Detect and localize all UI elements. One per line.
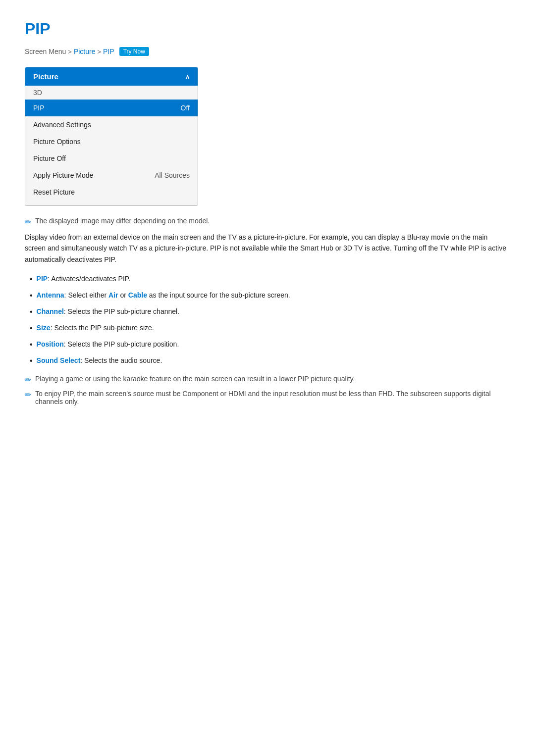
term-air: Air	[108, 291, 118, 299]
note-line-3: ✏ To enjoy PIP, the main screen's source…	[25, 390, 510, 405]
menu-item-apply-picture-mode[interactable]: Apply Picture Mode All Sources	[25, 167, 198, 184]
breadcrumb-sep1: >	[68, 48, 72, 55]
menu-footer	[25, 201, 198, 205]
term-position-rest: : Selects the PIP sub-picture position.	[64, 340, 179, 348]
list-item-sound-select: Sound Select: Selects the audio source.	[30, 355, 510, 367]
term-channel: Channel	[37, 307, 64, 315]
note-line-2: ✏ Playing a game or using the karaoke fe…	[25, 375, 510, 385]
term-position: Position	[37, 340, 64, 348]
list-item-antenna-content: Antenna: Select either Air or Cable as t…	[37, 290, 290, 301]
note-line-1: ✏ The displayed image may differ dependi…	[25, 217, 510, 227]
term-size: Size	[37, 324, 51, 332]
term-size-rest: : Selects the PIP sub-picture size.	[51, 324, 154, 332]
menu-item-reset-picture-label: Reset Picture	[33, 188, 75, 196]
note-text-1: The displayed image may differ depending…	[35, 217, 210, 225]
menu-header: Picture ∧	[25, 67, 198, 86]
menu-item-apply-picture-mode-label: Apply Picture Mode	[33, 171, 93, 179]
menu-item-reset-picture[interactable]: Reset Picture	[25, 184, 198, 201]
menu-box: Picture ∧ 3D PIP Off Advanced Settings P…	[25, 67, 198, 206]
list-item-antenna: Antenna: Select either Air or Cable as t…	[30, 290, 510, 302]
list-item-channel: Channel: Selects the PIP sub-picture cha…	[30, 306, 510, 318]
list-item-size-content: Size: Selects the PIP sub-picture size.	[37, 323, 154, 333]
breadcrumb-pip-link[interactable]: PIP	[103, 48, 114, 55]
term-antenna-mid4: as the input source for the sub-picture …	[147, 291, 290, 299]
breadcrumb-picture-link[interactable]: Picture	[74, 48, 96, 55]
menu-item-pip-value: Off	[181, 104, 190, 112]
term-sound-select-rest: : Selects the audio source.	[80, 356, 162, 364]
menu-header-label: Picture	[33, 72, 58, 81]
menu-item-pip-label: PIP	[33, 104, 45, 112]
term-pip-rest: : Activates/deactivates PIP.	[48, 275, 130, 283]
term-cable: Cable	[128, 291, 147, 299]
breadcrumb-sep2: >	[97, 48, 101, 55]
bullet-list: PIP: Activates/deactivates PIP. Antenna:…	[25, 274, 510, 367]
breadcrumb: Screen Menu > Picture > PIP Try Now	[25, 47, 510, 56]
term-antenna: Antenna	[37, 291, 64, 299]
menu-item-advanced-settings[interactable]: Advanced Settings	[25, 116, 198, 133]
menu-item-picture-off[interactable]: Picture Off	[25, 150, 198, 167]
term-pip: PIP	[37, 275, 48, 283]
menu-item-advanced-settings-label: Advanced Settings	[33, 121, 91, 129]
menu-item-picture-off-label: Picture Off	[33, 154, 66, 162]
note-icon-1: ✏	[25, 217, 31, 227]
menu-item-picture-options-label: Picture Options	[33, 138, 81, 146]
list-item-pip: PIP: Activates/deactivates PIP.	[30, 274, 510, 285]
list-item-size: Size: Selects the PIP sub-picture size.	[30, 323, 510, 334]
list-item-pip-content: PIP: Activates/deactivates PIP.	[37, 274, 131, 284]
term-channel-rest: : Selects the PIP sub-picture channel.	[64, 307, 179, 315]
body-paragraph: Display video from an external device on…	[25, 232, 510, 265]
breadcrumb-screen-menu: Screen Menu	[25, 48, 66, 55]
menu-item-apply-picture-mode-value: All Sources	[155, 171, 190, 179]
list-item-sound-select-content: Sound Select: Selects the audio source.	[37, 355, 162, 366]
note-icon-3: ✏	[25, 390, 31, 400]
note-text-3: To enjoy PIP, the main screen's source m…	[35, 390, 510, 405]
list-item-position: Position: Selects the PIP sub-picture po…	[30, 339, 510, 351]
term-sound-select: Sound Select	[37, 356, 81, 364]
note-icon-2: ✏	[25, 375, 31, 385]
menu-item-3d[interactable]: 3D	[25, 86, 198, 100]
note-text-2: Playing a game or using the karaoke feat…	[35, 375, 355, 383]
menu-item-pip[interactable]: PIP Off	[25, 100, 198, 116]
menu-item-picture-options[interactable]: Picture Options	[25, 133, 198, 150]
try-now-badge[interactable]: Try Now	[119, 47, 149, 56]
page-title: PIP	[25, 20, 510, 38]
list-item-position-content: Position: Selects the PIP sub-picture po…	[37, 339, 179, 350]
menu-header-caret: ∧	[185, 73, 190, 80]
term-antenna-rest: : Select either	[64, 291, 109, 299]
list-item-channel-content: Channel: Selects the PIP sub-picture cha…	[37, 306, 179, 317]
term-antenna-mid2: or	[118, 291, 128, 299]
